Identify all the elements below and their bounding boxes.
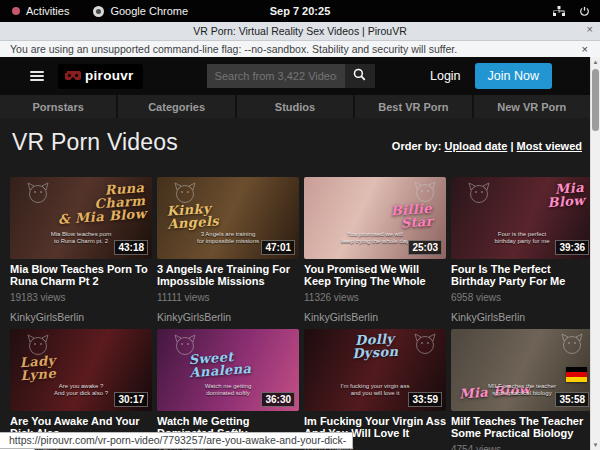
order-separator: | <box>510 140 513 152</box>
duration-badge: 35:58 <box>555 392 589 407</box>
hamburger-menu-icon[interactable] <box>30 69 44 83</box>
activities-label: Activities <box>26 5 69 17</box>
duration-badge: 39:36 <box>555 240 589 255</box>
video-thumb[interactable]: Sweet Analena Watch me getting dominated… <box>157 329 299 411</box>
video-thumb[interactable]: Mia Blow MILF teaches the teacher some p… <box>451 329 590 411</box>
site-logo[interactable]: pirouvr <box>58 64 143 89</box>
thumb-overlay-name: Lady Lyne <box>19 354 57 382</box>
scrollbar-up-icon[interactable]: ▲ <box>591 59 600 65</box>
warning-message: You are using an unsupported command-lin… <box>0 43 457 55</box>
active-app-menu[interactable]: Google Chrome <box>93 5 188 17</box>
sandbox-warning-bar: You are using an unsupported command-lin… <box>0 41 600 58</box>
join-now-button[interactable]: Join Now <box>475 63 552 89</box>
duration-badge: 36:30 <box>261 392 295 407</box>
order-upload-date-link[interactable]: Upload date <box>444 140 507 152</box>
studio-watermark-icon <box>560 333 584 359</box>
status-url-bubble: https://pirouvr.com/vr-porn-video/779325… <box>0 432 353 450</box>
vr-goggles-icon <box>65 67 81 85</box>
video-studio[interactable]: KinkyGirlsBerlin <box>304 311 446 323</box>
screen: Activities Google Chrome Sep 7 20:25 VR … <box>0 0 600 450</box>
network-icon[interactable] <box>553 6 565 17</box>
video-thumb[interactable]: Runa Charm & Mia Blow Mia Blow teaches p… <box>10 177 152 259</box>
nav-item-studios[interactable]: Studios <box>237 95 353 118</box>
duration-badge: 25:03 <box>408 240 442 255</box>
search-input[interactable] <box>207 64 345 88</box>
video-studio[interactable]: KinkyGirlsBerlin <box>451 311 590 323</box>
video-thumb[interactable]: Lady Lyne Are you awake ? And your dick … <box>10 329 152 411</box>
duration-badge: 43:18 <box>114 240 148 255</box>
duration-badge: 47:01 <box>261 240 295 255</box>
video-card: Billie Star You promised we will keep tr… <box>304 177 446 323</box>
thumb-overlay-name: Billie Star <box>390 202 433 231</box>
system-top-bar: Activities Google Chrome Sep 7 20:25 <box>0 0 600 22</box>
video-card: Mia Blow MILF teaches the teacher some p… <box>451 329 590 450</box>
status-url-line1: https://pirouvr.com/vr-porn-video/779325… <box>0 432 353 449</box>
page-title: VR Porn Videos <box>12 129 178 156</box>
browser-tab-title: VR Porn: Virtual Reality Sex Videos | Pi… <box>193 25 407 37</box>
video-card: Kinky Angels 3 Angels are training for i… <box>157 177 299 323</box>
video-views: 19183 views <box>10 292 152 303</box>
video-thumb[interactable]: Mia Blow Four is the perfect birthday pa… <box>451 177 590 259</box>
video-views: 4754 views <box>451 444 590 450</box>
thumb-overlay-name: Sweet Analena <box>188 349 252 379</box>
search-icon <box>353 68 366 84</box>
video-thumb[interactable]: Kinky Angels 3 Angels are training for i… <box>157 177 299 259</box>
nav-item-best-vr-porn[interactable]: Best VR Porn <box>355 95 471 118</box>
video-title[interactable]: 3 Angels Are Training For Impossible Mis… <box>157 264 299 287</box>
chrome-icon <box>93 6 104 17</box>
activities-button[interactable]: Activities <box>12 5 69 17</box>
video-studio[interactable]: KinkyGirlsBerlin <box>157 311 299 323</box>
main-nav: Pornstars Categories Studios Best VR Por… <box>0 95 590 118</box>
video-grid: Runa Charm & Mia Blow Mia Blow teaches p… <box>0 177 590 450</box>
site-header: pirouvr Login Join Now <box>0 57 590 95</box>
order-by-label: Order by: <box>392 140 442 152</box>
login-button[interactable]: Login <box>430 69 461 83</box>
warning-close-icon[interactable]: × <box>582 43 588 55</box>
duration-badge: 30:17 <box>114 392 148 407</box>
studio-watermark-icon <box>467 182 491 208</box>
browser-title-bar: VR Porn: Virtual Reality Sex Videos | Pi… <box>0 22 600 41</box>
video-views: 6958 views <box>451 292 590 303</box>
power-icon[interactable] <box>579 6 590 17</box>
studio-watermark-icon <box>26 182 50 208</box>
order-most-viewed-link[interactable]: Most viewed <box>517 140 582 152</box>
video-title[interactable]: Four Is The Perfect Birthday Party For M… <box>451 264 590 287</box>
window-close-icon[interactable]: × <box>587 23 593 35</box>
nav-item-categories[interactable]: Categories <box>118 95 234 118</box>
video-studio[interactable]: KinkyGirlsBerlin <box>10 311 152 323</box>
video-thumb[interactable]: Dolly Dyson I'm fucking your virgin ass … <box>304 329 446 411</box>
duration-badge: 33:59 <box>408 392 442 407</box>
german-flag <box>566 367 587 382</box>
logo-text: pirouvr <box>85 68 134 83</box>
thumb-overlay-name: Kinky Angels <box>166 201 219 231</box>
video-title[interactable]: You Promised We Will Keep Trying The Who… <box>304 264 446 287</box>
video-title[interactable]: Mia Blow Teaches Porn To Runa Charm Pt 2 <box>10 264 152 287</box>
scrollbar-thumb[interactable] <box>592 69 599 131</box>
thumb-overlay-name: Mia Blow <box>546 181 585 210</box>
video-card: Runa Charm & Mia Blow Mia Blow teaches p… <box>10 177 152 323</box>
recording-indicator-icon <box>12 7 20 15</box>
search-button[interactable] <box>345 64 375 88</box>
nav-item-new-vr-porn[interactable]: New VR Porn <box>474 95 590 118</box>
nav-item-pornstars[interactable]: Pornstars <box>0 95 116 118</box>
video-views: 11111 views <box>157 292 299 303</box>
page-viewport: pirouvr Login Join Now Pornstars Categor… <box>0 57 590 450</box>
order-by: Order by: Upload date | Most viewed <box>392 140 582 156</box>
video-title[interactable]: Milf Teaches The Teacher Some Practical … <box>451 416 590 439</box>
active-app-label: Google Chrome <box>110 5 188 17</box>
search-bar <box>207 64 375 88</box>
page-scrollbar[interactable]: ▲ ▼ <box>590 57 600 450</box>
video-card: Mia Blow Four is the perfect birthday pa… <box>451 177 590 323</box>
thumb-overlay-name: Runa Charm & Mia Blow <box>55 181 146 226</box>
scrollbar-down-icon[interactable]: ▼ <box>591 442 600 448</box>
video-views: 11326 views <box>304 292 446 303</box>
video-thumb[interactable]: Billie Star You promised we will keep tr… <box>304 177 446 259</box>
